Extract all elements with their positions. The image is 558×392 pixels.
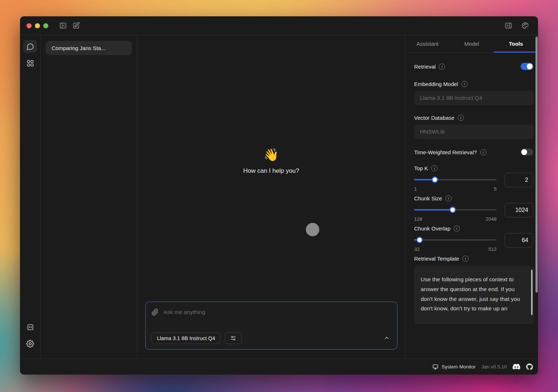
chunk-overlap-slider-thumb[interactable] [416,237,423,243]
chunk-overlap-label: Chunk Overlap [414,225,450,232]
gear-icon [26,340,34,348]
greeting-text: How can I help you? [243,167,299,175]
time-weighted-label: Time-Weighted Retrieval? [414,149,477,155]
embedding-model-label: Embedding Model [414,81,458,87]
info-icon[interactable]: i [445,195,452,201]
panel-left-icon [59,22,67,29]
top-k-value-input[interactable]: 2 [505,173,533,187]
chat-area: 👋 How can I help you? Llama 3.1 8B Instr… [137,35,405,359]
grid-icon [27,60,34,67]
chunk-size-slider[interactable] [414,207,497,213]
model-settings-button[interactable] [225,332,242,344]
paperclip-icon[interactable] [151,309,159,316]
vector-database-label: Vector Database [414,115,454,121]
toggle-right-panel-button[interactable] [502,20,515,31]
info-icon[interactable]: i [480,149,486,155]
right-panel: Assistant Model Tools Retrieval i Embedd… [405,35,538,359]
top-k-label: Top K [414,165,428,171]
discord-link[interactable] [513,364,520,370]
thread-list: Comparing Jans Sta... [41,35,137,359]
chunk-overlap-slider[interactable] [414,237,497,243]
info-icon[interactable]: i [431,165,437,171]
sliders-icon [230,335,236,342]
retrieval-template-text: Use the following pieces of context to a… [421,275,523,314]
new-thread-button[interactable] [69,20,82,31]
message-input[interactable] [163,309,391,315]
app-version: Jan v0.5.10 [481,364,507,369]
chunk-size-label: Chunk Size [414,195,442,201]
retrieval-label: Retrieval [414,64,436,70]
github-icon [526,363,533,370]
top-k-max: 5 [494,186,497,192]
retrieval-template-label: Retrieval Template [414,256,459,262]
info-icon[interactable]: i [458,115,464,121]
palette-icon [521,22,529,29]
info-icon[interactable]: i [461,81,468,87]
traffic-lights [27,23,48,28]
threads-nav-button[interactable] [23,40,37,53]
hub-nav-button[interactable] [23,57,37,70]
thread-item[interactable]: Comparing Jans Sta... [46,41,132,55]
chunk-overlap-value-input[interactable]: 64 [505,233,533,248]
zoom-window-button[interactable] [43,23,48,28]
code-square-icon [27,323,34,331]
chunk-overlap-max: 512 [488,246,497,252]
info-icon[interactable]: i [454,225,460,232]
textarea-scrollbar[interactable] [531,270,533,315]
close-window-button[interactable] [27,23,32,28]
top-k-min: 1 [414,186,417,192]
app-window: Comparing Jans Sta... 👋 How can I help y… [20,16,538,375]
edit-icon [72,22,80,29]
toggle-left-panel-button[interactable] [56,20,69,31]
panel-tabs: Assistant Model Tools [405,35,538,53]
status-bar: System Monitor Jan v0.5.10 [20,359,538,375]
retrieval-toggle[interactable] [521,63,533,70]
tab-assistant[interactable]: Assistant [405,35,450,52]
chunk-size-value-input[interactable]: 1024 [505,203,533,217]
info-icon[interactable]: i [462,256,469,262]
embedding-model-input: Llama 3.1 8B Instruct Q4 [414,91,534,105]
top-k-slider-thumb[interactable] [432,176,438,183]
vector-database-input: HNSWLib [414,124,534,139]
system-monitor-label: System Monitor [441,364,476,369]
minimize-window-button[interactable] [35,23,40,28]
chunk-size-slider-thumb[interactable] [449,207,456,213]
chat-input-box[interactable]: Llama 3.1 8B Instruct Q4 [145,302,397,350]
info-icon[interactable]: i [439,64,445,70]
left-icon-rail [20,35,41,359]
cursor-indicator [306,223,319,236]
panel-scrollbar[interactable] [535,37,538,293]
chunk-size-max: 2048 [486,216,497,222]
model-selector-button[interactable]: Llama 3.1 8B Instruct Q4 [151,332,221,344]
titlebar [20,16,538,35]
theme-button[interactable] [518,20,531,31]
top-k-slider[interactable] [414,176,497,183]
tab-model[interactable]: Model [450,35,494,52]
monitor-icon [432,364,438,370]
wave-emoji: 👋 [263,148,279,161]
chunk-size-min: 128 [414,216,422,222]
tab-tools[interactable]: Tools [494,35,538,52]
time-weighted-toggle[interactable] [521,148,533,156]
chunk-overlap-min: 32 [414,246,420,252]
local-api-server-button[interactable] [23,320,37,334]
chat-bubble-icon [27,43,34,50]
github-link[interactable] [526,363,533,370]
empty-state: 👋 How can I help you? [137,148,405,175]
settings-button[interactable] [23,337,37,350]
chevron-up-icon[interactable] [384,335,390,341]
panel-right-icon [505,22,512,29]
discord-icon [513,364,520,370]
tools-panel-content: Retrieval i Embedding Model i Llama 3.1 … [405,53,538,359]
retrieval-template-textarea[interactable]: Use the following pieces of context to a… [414,266,534,324]
system-monitor-button[interactable]: System Monitor [432,364,476,370]
